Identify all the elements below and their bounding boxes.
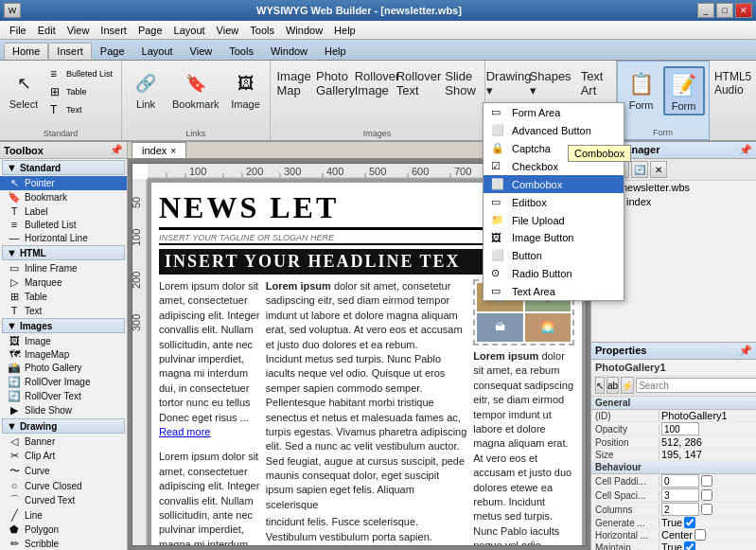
toolbox-item-rolloverimage[interactable]: 🔄RollOver Image — [0, 375, 127, 389]
dropdown-item-imagebtn[interactable]: 🖼 Image Button — [483, 229, 624, 246]
ribbon-btn-table[interactable]: ⊞Table — [45, 83, 117, 100]
doc-tab-index[interactable]: index × — [132, 142, 186, 158]
sm-btn-refresh[interactable]: 🔄 — [631, 161, 648, 178]
menu-view2[interactable]: View — [211, 21, 245, 40]
prop-input-cellspacing[interactable] — [661, 488, 699, 502]
tab-tools[interactable]: Tools — [220, 43, 262, 60]
menu-layout[interactable]: Layout — [168, 21, 211, 40]
toolbox-item-marquee[interactable]: ▷Marquee — [0, 275, 127, 290]
toolbox-item-hline[interactable]: —Horizontal Line — [0, 231, 127, 244]
toolbox-item-polygon[interactable]: ⬟Polygon — [0, 523, 127, 537]
prop-input-opacity[interactable] — [661, 422, 699, 435]
toolbox-item-iframe[interactable]: ▭Inline Frame — [0, 261, 127, 275]
toolbox-item-bulletedlist[interactable]: ≡Bulleted List — [0, 218, 127, 231]
menu-file[interactable]: File — [4, 21, 32, 40]
toolbox-item-label[interactable]: TLabel — [0, 204, 127, 218]
link-icon: 🔗 — [131, 68, 161, 98]
ribbon-btn-bulleted-list[interactable]: ≡Bulleted List — [45, 65, 117, 82]
dropdown-item-radiobtn[interactable]: ⊙ Radio Button — [483, 264, 624, 282]
form-dropdown[interactable]: ▭ Form Area ⬜ Advanced Button 🔒 Captcha … — [483, 102, 624, 301]
ribbon-btn-rollovertext[interactable]: RolloverText — [399, 65, 439, 101]
sm-btn-delete[interactable]: ✕ — [650, 161, 667, 178]
prop-btn-events[interactable]: ⚡ — [621, 377, 634, 394]
menu-page[interactable]: Page — [132, 21, 168, 40]
toolbox-item-pointer[interactable]: ↖Pointer — [0, 176, 127, 190]
dropdown-item-button[interactable]: ⬜ Button — [483, 246, 624, 264]
toolbox-item-line[interactable]: ╱Line — [0, 508, 127, 523]
toolbox-section-html[interactable]: ▼ HTML — [2, 245, 125, 260]
ribbon-btn-form-wizard[interactable]: 📋 Form — [622, 66, 661, 114]
toolbox-pin[interactable]: 📌 — [110, 144, 123, 156]
menu-insert[interactable]: Insert — [95, 21, 132, 40]
tab-window[interactable]: Window — [262, 43, 316, 60]
prop-check-cellspacing[interactable] — [701, 489, 712, 501]
ribbon-btn-rolloverimage[interactable]: RolloverImage — [358, 65, 397, 101]
prop-check-cellpadding[interactable] — [701, 475, 712, 487]
close-button[interactable]: ✕ — [735, 3, 752, 18]
ribbon-btn-text[interactable]: TText — [45, 101, 117, 118]
prop-btn-cursor[interactable]: ↖ — [595, 377, 605, 394]
prop-search-input[interactable] — [636, 378, 756, 393]
dropdown-item-fileupload[interactable]: 📁 File Upload — [483, 211, 624, 229]
menu-edit[interactable]: Edit — [32, 21, 62, 40]
menu-view[interactable]: View — [62, 21, 96, 40]
toolbox-item-curve[interactable]: 〜Curve — [0, 463, 127, 479]
tab-page[interactable]: Page — [92, 43, 133, 60]
menu-help[interactable]: Help — [328, 21, 361, 40]
dropdown-item-textarea[interactable]: ▭ Text Area — [483, 282, 624, 300]
ribbon-btn-form[interactable]: 📝 Form — [663, 66, 705, 115]
dropdown-item-editbox[interactable]: ▭ Editbox — [483, 193, 624, 211]
toolbox-item-imagemap[interactable]: 🗺ImageMap — [0, 347, 127, 361]
prop-btn-abc[interactable]: ab — [607, 377, 619, 394]
ribbon-btn-link[interactable]: 🔗 Link — [126, 65, 166, 113]
toolbox-item-curveclosed[interactable]: ○Curve Closed — [0, 479, 127, 492]
prop-check-maintain[interactable] — [684, 541, 695, 550]
tab-layout[interactable]: Layout — [133, 43, 182, 60]
toolbox-item-image[interactable]: 🖼Image — [0, 334, 127, 347]
ribbon-btn-select[interactable]: ↖ Select — [4, 65, 44, 113]
prop-value-id[interactable]: PhotoGallery1 — [659, 410, 756, 421]
toolbox-item-rollovertext[interactable]: 🔄RollOver Text — [0, 389, 127, 403]
dropdown-item-advbtn[interactable]: ⬜ Advanced Button — [483, 121, 624, 139]
menu-tools[interactable]: Tools — [244, 21, 280, 40]
ribbon-btn-html5audio[interactable]: HTML5Audio — [713, 65, 753, 101]
prop-input-cellpadding[interactable] — [661, 474, 699, 488]
maximize-button[interactable]: □ — [716, 3, 733, 18]
ribbon-btn-image[interactable]: 🖼 Image — [226, 65, 266, 113]
prop-input-columns[interactable] — [661, 503, 699, 516]
prop-check-columns[interactable] — [701, 504, 712, 515]
properties-pin[interactable]: 📌 — [739, 345, 752, 357]
ribbon-btn-bookmark[interactable]: 🔖 Bookmark — [167, 65, 224, 113]
ribbon-btn-textart[interactable]: TextArt — [572, 65, 612, 101]
toolbox-section-standard[interactable]: ▼ Standard — [2, 160, 125, 175]
toolbox-item-clipart[interactable]: ✂Clip Art — [0, 449, 127, 463]
ribbon-btn-imagemap[interactable]: ImageMap — [274, 65, 314, 101]
menu-window[interactable]: Window — [280, 21, 328, 40]
toolbox-section-images[interactable]: ▼ Images — [2, 318, 125, 333]
newsletter-title: NEWS LET — [159, 190, 511, 225]
toolbox-item-table[interactable]: ⊞Table — [0, 290, 127, 304]
toolbox-item-text[interactable]: TText — [0, 304, 127, 317]
minimize-button[interactable]: _ — [697, 3, 714, 18]
toolbox-item-curvedtext[interactable]: ⌒Curved Text — [0, 492, 127, 508]
ribbon-btn-drawing[interactable]: Drawing ▾ — [489, 65, 529, 101]
ribbon-btn-shapes[interactable]: Shapes ▾ — [531, 65, 571, 101]
prop-check-generate[interactable] — [684, 517, 695, 528]
tab-view[interactable]: View — [182, 43, 221, 60]
tab-help[interactable]: Help — [316, 43, 355, 60]
toolbox-item-scribble[interactable]: ✏Scribble — [0, 537, 127, 550]
site-manager-pin[interactable]: 📌 — [739, 144, 752, 156]
dropdown-item-formarea[interactable]: ▭ Form Area — [483, 103, 624, 121]
toolbox-section-drawing[interactable]: ▼ Drawing — [2, 418, 125, 434]
dropdown-item-combobox[interactable]: ⬜ Combobox — [483, 175, 624, 193]
toolbox-item-slideshow[interactable]: ▶Slide Show — [0, 403, 127, 417]
toolbox-item-photogallery[interactable]: 📸Photo Gallery — [0, 361, 127, 375]
doc-tab-close[interactable]: × — [170, 146, 176, 156]
tab-insert[interactable]: Insert — [48, 43, 92, 60]
ribbon-btn-photogallery[interactable]: PhotoGallery — [316, 65, 356, 101]
ribbon-btn-slideshow[interactable]: SlideShow — [441, 65, 481, 101]
toolbox-item-banner[interactable]: ◁Banner — [0, 435, 127, 449]
toolbox-item-bookmark[interactable]: 🔖Bookmark — [0, 190, 127, 204]
prop-check-horizontal[interactable] — [694, 529, 706, 541]
tab-home[interactable]: Home — [4, 43, 48, 60]
